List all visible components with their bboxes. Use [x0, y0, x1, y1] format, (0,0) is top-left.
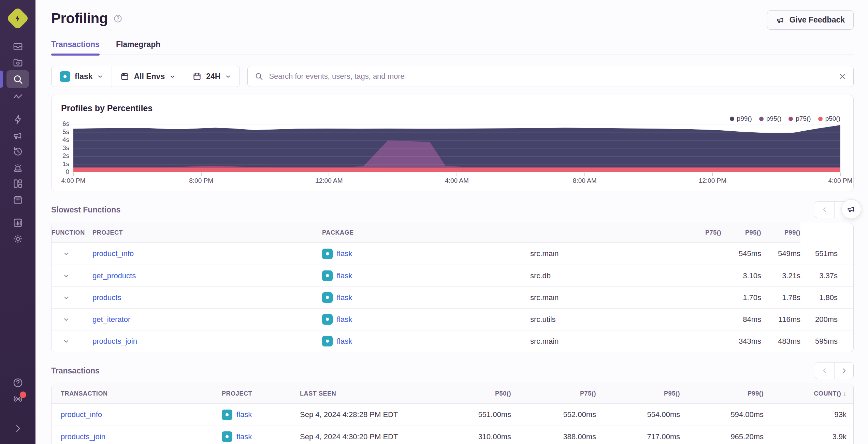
function-link[interactable]: products_join	[92, 337, 137, 345]
sidebar-item-settings[interactable]	[6, 231, 29, 247]
project-link[interactable]: flask	[337, 315, 352, 324]
project-link[interactable]: flask	[337, 249, 352, 258]
x-axis-tick-label: 4:00 AM	[445, 177, 469, 184]
sidebar-item-help[interactable]	[6, 375, 29, 390]
p99-cell: 594.00ms	[680, 404, 764, 426]
sidebar-item-releases[interactable]	[6, 192, 29, 207]
profiles-by-percentiles-panel: Profiles by Percentiles p99()p95()p75()p…	[51, 95, 854, 191]
x-axis-tick	[201, 173, 202, 176]
x-axis-tick-label: 8:00 PM	[189, 177, 213, 184]
floating-feedback-button[interactable]	[841, 199, 861, 219]
function-link[interactable]: get_products	[92, 271, 136, 280]
alerts-icon	[12, 162, 24, 173]
sidebar-item-projects[interactable]	[6, 54, 29, 70]
flask-project-icon	[322, 314, 333, 325]
page-title: Profiling	[51, 10, 108, 27]
column-header-p95[interactable]: P95()	[721, 223, 761, 243]
chevron-down-icon	[169, 73, 176, 80]
environment-filter[interactable]: All Envs	[112, 66, 184, 87]
flask-project-icon	[60, 71, 70, 82]
expand-row-button[interactable]	[52, 338, 92, 345]
transactions-table: TRANSACTIONPROJECTLAST SEENP50()P75()P95…	[51, 384, 854, 444]
sidebar	[0, 0, 35, 444]
column-header-p75[interactable]: P75()	[530, 223, 721, 243]
x-axis-tick	[329, 173, 329, 176]
sidebar-item-alerts[interactable]	[6, 160, 29, 175]
project-link[interactable]: flask	[337, 337, 352, 346]
slowest-functions-title: Slowest Functions	[51, 205, 120, 214]
date-range-filter-label: 24H	[206, 72, 220, 81]
p75-cell: 545ms	[721, 243, 761, 265]
column-header-p75[interactable]: P75()	[511, 384, 596, 404]
column-header-p95[interactable]: P95()	[596, 384, 680, 404]
sidebar-item-issues[interactable]	[6, 38, 29, 54]
percentiles-area-chart[interactable]	[73, 120, 840, 173]
sidebar-item-insights[interactable]	[6, 112, 29, 127]
search-input[interactable]	[248, 66, 853, 87]
close-icon[interactable]	[838, 72, 847, 80]
help-icon[interactable]	[113, 14, 122, 23]
column-header-p99[interactable]: P99()	[761, 223, 800, 243]
expand-row-button[interactable]	[52, 294, 92, 301]
sidebar-item-feedback[interactable]	[6, 128, 29, 143]
sidebar-item-traces[interactable]	[6, 88, 29, 104]
transaction-link[interactable]: products_join	[61, 432, 105, 441]
sentry-logo[interactable]	[8, 9, 27, 28]
p95-cell: 549ms	[761, 243, 800, 265]
table-row: product_infoflaskSep 4, 2024 4:28:28 PM …	[52, 404, 853, 426]
give-feedback-button[interactable]: Give Feedback	[767, 10, 854, 30]
project-link[interactable]: flask	[337, 293, 352, 302]
app-root: Profiling Give Feedback Transactions Fla…	[0, 0, 868, 444]
y-axis-tick-label: 4s	[52, 136, 69, 144]
package-cell: src.main	[530, 330, 721, 352]
transaction-link[interactable]: product_info	[61, 410, 102, 419]
environment-filter-label: All Envs	[134, 72, 165, 81]
p99-cell: 595ms	[800, 330, 853, 352]
x-axis-tick	[457, 173, 457, 176]
chart-title: Profiles by Percentiles	[61, 103, 153, 113]
flask-project-icon	[322, 249, 333, 259]
project-filter[interactable]: flask	[52, 66, 112, 87]
date-range-filter[interactable]: 24H	[184, 66, 240, 87]
lightning-bolt-icon	[8, 9, 27, 28]
project-link[interactable]: flask	[236, 410, 252, 419]
p95-cell: 1.78s	[761, 286, 800, 308]
column-header-count[interactable]: COUNT()↓	[764, 384, 853, 404]
filter-row: flask All Envs	[51, 66, 854, 87]
p95-cell: 717.00ms	[596, 426, 680, 444]
sidebar-item-whats-new[interactable]	[6, 391, 29, 406]
next-page-button[interactable]	[834, 362, 853, 379]
expand-row-button[interactable]	[52, 272, 92, 280]
feedback-icon	[12, 130, 24, 141]
sidebar-item-dashboards[interactable]	[6, 176, 29, 191]
y-axis-tick-label: 6s	[52, 120, 69, 128]
column-header-function: FUNCTION	[52, 223, 92, 243]
chart-x-axis: 4:00 PM8:00 PM12:00 AM4:00 AM8:00 AM12:0…	[73, 177, 840, 185]
main-content: Profiling Give Feedback Transactions Fla…	[35, 0, 868, 444]
sidebar-item-stats[interactable]	[6, 215, 29, 231]
count-cell: 3.9k	[764, 426, 853, 444]
function-link[interactable]: products	[92, 293, 121, 302]
project-link[interactable]: flask	[337, 271, 352, 280]
project-link[interactable]: flask	[236, 432, 252, 441]
prev-page-button[interactable]	[815, 362, 834, 379]
traces-icon	[12, 91, 24, 102]
x-axis-tick	[584, 173, 585, 176]
sidebar-item-search[interactable]	[6, 70, 29, 88]
expand-row-button[interactable]	[52, 250, 92, 257]
transactions-header-row: TRANSACTIONPROJECTLAST SEENP50()P75()P95…	[52, 384, 853, 404]
column-header-p50[interactable]: P50()	[443, 384, 511, 404]
package-cell: src.main	[530, 286, 721, 308]
y-axis-tick-label: 1s	[52, 160, 69, 168]
tab-transactions[interactable]: Transactions	[51, 40, 100, 55]
transactions-pager	[815, 362, 854, 379]
column-header-package: PACKAGE	[322, 223, 530, 243]
expand-row-button[interactable]	[52, 316, 92, 323]
column-header-p99[interactable]: P99()	[680, 384, 764, 404]
function-link[interactable]: product_info	[92, 249, 134, 258]
function-link[interactable]: get_iterator	[92, 315, 130, 324]
sidebar-item-collapse[interactable]	[6, 420, 29, 436]
prev-page-button[interactable]	[815, 202, 834, 218]
tab-flamegraph[interactable]: Flamegraph	[116, 40, 160, 55]
sidebar-item-replays[interactable]	[6, 144, 29, 159]
